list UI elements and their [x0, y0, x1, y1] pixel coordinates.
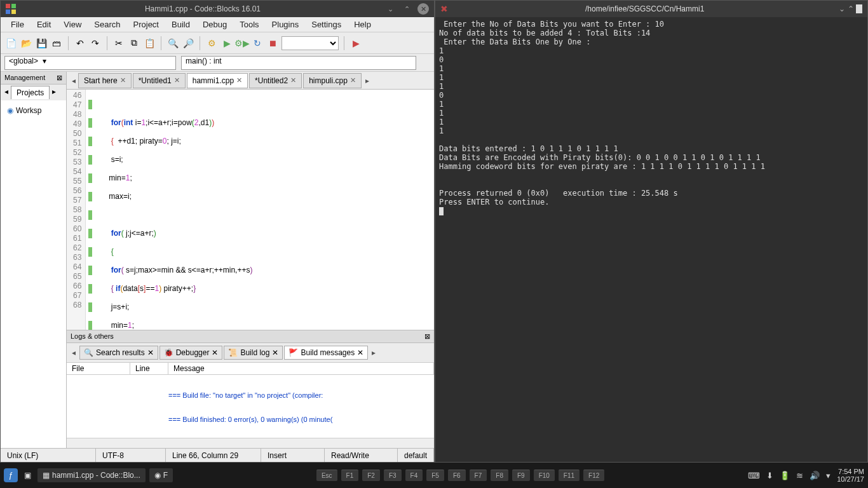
close-tab-icon[interactable]: ✕ [290, 76, 296, 85]
fn-key-F3[interactable]: F3 [384, 470, 402, 481]
network-icon[interactable]: ≋ [796, 471, 803, 480]
log-tab-debugger[interactable]: 🐞Debugger✕ [159, 346, 223, 360]
cut-icon[interactable]: ✂ [112, 37, 125, 50]
scope-combo[interactable]: <global> ▾ [4, 56, 176, 70]
fn-key-F8[interactable]: F8 [491, 470, 508, 481]
menu-build[interactable]: Build [165, 18, 196, 31]
fn-key-F1[interactable]: F1 [341, 470, 359, 481]
activities-button[interactable]: ƒ [4, 468, 18, 482]
save-icon[interactable]: 💾 [35, 37, 48, 50]
copy-icon[interactable]: ⧉ [128, 37, 140, 50]
close-panel-icon[interactable]: ⊠ [57, 74, 62, 82]
fn-key-F7[interactable]: F7 [470, 470, 487, 481]
abort-icon[interactable]: ⏹ [266, 37, 279, 50]
fn-key-Esc[interactable]: Esc [316, 470, 337, 481]
log-tab-buildlog[interactable]: 📜Build log✕ [224, 346, 283, 360]
log-tab-right[interactable]: ▸ [369, 348, 378, 357]
menubar: File Edit View Search Project Build Debu… [1, 17, 434, 32]
maximize-button[interactable]: ⌃ [848, 4, 854, 13]
maximize-button[interactable]: ⌃ [401, 3, 412, 15]
tree-workspace[interactable]: ◉Worksp [4, 104, 62, 117]
horizontal-scrollbar[interactable] [67, 438, 434, 448]
redo-icon[interactable]: ↷ [89, 37, 102, 50]
replace-icon[interactable]: 🔎 [182, 37, 194, 50]
menu-view[interactable]: View [57, 18, 88, 31]
workspace-icon: ◉ [7, 106, 13, 115]
tab-hammi1[interactable]: hammi1.cpp✕ [187, 73, 248, 88]
taskbar-item-codeblocks[interactable]: ▦hammi1.cpp - Code::Blo... [37, 468, 146, 482]
debug-icon[interactable]: ▶ [349, 37, 362, 50]
project-tree[interactable]: ◉Worksp [1, 100, 66, 448]
menu-edit[interactable]: Edit [31, 18, 57, 31]
fn-key-F12[interactable]: F12 [583, 470, 604, 481]
tab-scroll-right[interactable]: ▸ [363, 76, 372, 85]
fn-key-F4[interactable]: F4 [405, 470, 423, 481]
tab-himpuli[interactable]: himpuli.cpp✕ [303, 73, 362, 88]
fn-key-F2[interactable]: F2 [362, 470, 380, 481]
menu-tools[interactable]: Tools [233, 18, 265, 31]
close-tab-icon[interactable]: ✕ [174, 76, 180, 85]
menu-debug[interactable]: Debug [196, 18, 233, 31]
log-tab-search[interactable]: 🔍Search results✕ [79, 346, 158, 360]
code-editor[interactable]: 4647484950515253545556575859606162636465… [67, 90, 434, 330]
menu-caret-icon[interactable]: ▾ [826, 471, 831, 480]
save-all-icon[interactable]: 🗃 [50, 37, 63, 50]
terminal-output[interactable]: Enter the No of Data Bits you want to En… [435, 17, 867, 462]
log-body[interactable]: === Build file: "no target" in "no proje… [67, 375, 434, 438]
tab-untitled1[interactable]: *Untitled1✕ [133, 73, 186, 88]
fn-key-F9[interactable]: F9 [512, 470, 530, 481]
fn-key-F5[interactable]: F5 [426, 470, 444, 481]
undo-icon[interactable]: ↶ [74, 37, 86, 50]
close-button[interactable]: ✕ [417, 3, 429, 15]
minimize-button[interactable]: ⌄ [839, 4, 845, 13]
volume-icon[interactable]: 🔊 [810, 471, 820, 480]
minimize-button[interactable]: ⌄ [384, 3, 396, 15]
menu-plugins[interactable]: Plugins [266, 18, 306, 31]
run-icon[interactable]: ▶ [220, 37, 233, 50]
menu-settings[interactable]: Settings [305, 18, 348, 31]
log-col-file[interactable]: File [67, 363, 130, 374]
flag-icon: 🚩 [288, 348, 298, 357]
menu-project[interactable]: Project [127, 18, 165, 31]
logs-panel: Logs & others⊠ ◂ 🔍Search results✕ 🐞Debug… [67, 330, 434, 438]
term-titlebar[interactable]: ✖ /home/infiee/SGGSCC/Cn/Hammi1 ⌄ ⌃ ✕ [435, 1, 867, 17]
log-col-line[interactable]: Line [130, 363, 168, 374]
function-combo[interactable]: main() : int [181, 56, 416, 70]
tab-nav-right[interactable]: ▸ [50, 86, 58, 99]
close-tab-icon[interactable]: ✕ [350, 76, 356, 85]
fn-key-F11[interactable]: F11 [559, 470, 580, 481]
taskbar-item-chrome[interactable]: ◉F [149, 468, 173, 482]
tab-start-here[interactable]: Start here✕ [78, 73, 132, 88]
code-content[interactable]: for(int i=1;i<=a+r;i=pow(2,d1)) { ++d1; … [86, 90, 303, 330]
log-tab-left[interactable]: ◂ [69, 348, 78, 357]
close-logs-icon[interactable]: ⊠ [424, 332, 430, 341]
keyboard-icon[interactable]: ⌨ [748, 471, 760, 480]
log-col-msg[interactable]: Message [168, 363, 434, 374]
open-icon[interactable]: 📂 [20, 37, 32, 50]
tab-scroll-left[interactable]: ◂ [69, 76, 78, 85]
close-tab-icon[interactable]: ✕ [120, 76, 126, 85]
log-tab-buildmsg[interactable]: 🚩Build messages✕ [284, 346, 368, 360]
terminal-launcher-icon[interactable]: ▣ [22, 468, 34, 482]
cb-titlebar[interactable]: Hammi1.cpp - Code::Blocks 16.01 ⌄ ⌃ ✕ [1, 1, 434, 17]
tab-nav-left[interactable]: ◂ [2, 86, 11, 99]
tab-untitled2[interactable]: *Untitled2✕ [249, 73, 302, 88]
fn-key-F10[interactable]: F10 [534, 470, 555, 481]
menu-file[interactable]: File [4, 18, 31, 31]
battery-icon[interactable]: 🔋 [780, 471, 790, 480]
build-icon[interactable]: ⚙ [205, 37, 218, 50]
clock[interactable]: 7:54 PM 10/27/17 [837, 468, 864, 483]
menu-search[interactable]: Search [88, 18, 126, 31]
close-tab-icon[interactable]: ✕ [236, 76, 242, 85]
menu-help[interactable]: Help [348, 18, 377, 31]
rebuild-icon[interactable]: ↻ [251, 37, 264, 50]
download-icon[interactable]: ⬇ [766, 471, 773, 480]
projects-tab[interactable]: Projects [11, 86, 50, 99]
build-run-icon[interactable]: ⚙▶ [236, 37, 248, 50]
paste-icon[interactable]: 📋 [143, 37, 156, 50]
fn-key-F6[interactable]: F6 [448, 470, 466, 481]
find-icon[interactable]: 🔍 [166, 37, 179, 50]
target-select[interactable] [281, 36, 339, 50]
new-file-icon[interactable]: 📄 [4, 37, 17, 50]
close-button[interactable]: ✕ [856, 4, 862, 13]
